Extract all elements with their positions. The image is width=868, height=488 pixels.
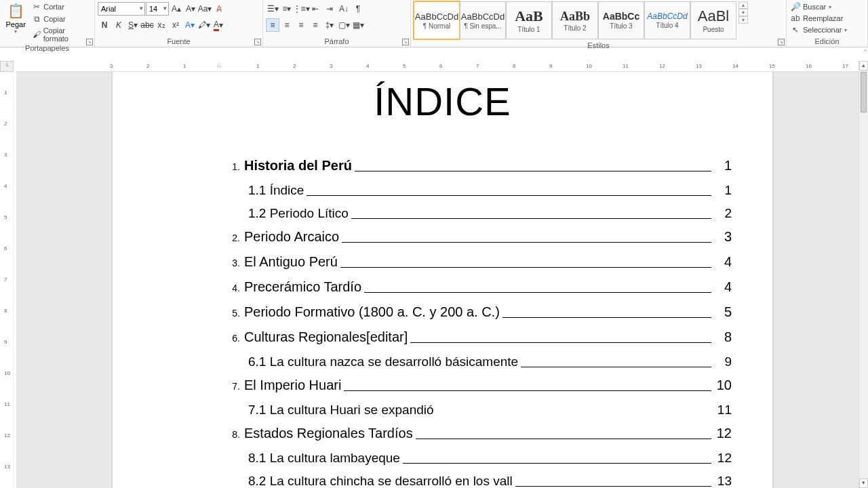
style-card[interactable]: AaBlPuesto (690, 1, 736, 39)
group-label: Párrafo (266, 37, 408, 47)
ribbon: 📋 Pegar ▾ ✂Cortar ⧉Copiar 🖌Copiar format… (0, 0, 868, 47)
style-card[interactable]: AaBbCcTítulo 3 (598, 1, 644, 39)
font-name-select[interactable]: Arial▾ (98, 2, 145, 16)
dec-indent-button[interactable]: ⇤ (309, 2, 322, 16)
subscript-button[interactable]: x₂ (155, 18, 168, 32)
group-label: Fuente (98, 37, 260, 47)
toc-entry: 4.Precerámico Tardío4 (221, 279, 732, 295)
style-card[interactable]: AaBbCcDd¶ Sin espa... (460, 1, 506, 39)
show-marks-button[interactable]: ¶ (351, 2, 365, 16)
style-card[interactable]: AaBbCcDd¶ Normal (414, 1, 460, 39)
toc-entry: 7.El Imperio Huari10 (221, 378, 732, 393)
toc-subentry: 1.1 Índice1 (248, 183, 732, 198)
highlight-button[interactable]: 🖍▾ (197, 18, 211, 32)
indent-marker-icon[interactable]: ⌂ (217, 61, 221, 68)
group-label: Portapapeles (3, 43, 92, 54)
clipboard-icon: 📋 (6, 1, 25, 20)
group-paragraph: ☰▾ ≡▾ ⋮≡▾ ⇤ ⇥ A↓ ¶ ≡ ≡ ≡ ≡ ‡▾ ▢▾ ▦▾ Párr… (263, 0, 411, 47)
vertical-ruler[interactable]: 12345678910111213 (3, 76, 14, 488)
multilevel-button[interactable]: ⋮≡▾ (294, 2, 308, 16)
chevron-down-icon: ▾ (163, 5, 167, 12)
group-font: Arial▾ 14▾ A▴ A▾ Aa▾ A̷ N K S▾ abc x₂ x²… (95, 0, 263, 47)
italic-button[interactable]: K (112, 18, 125, 32)
cursor-icon: ↖ (791, 25, 800, 35)
toc-subentry: 6.1 La cultura nazca se desarrolló básic… (248, 354, 732, 369)
group-editing: 🔎Buscar ▾ abReemplazar ↖Seleccionar ▾ Ed… (787, 0, 868, 47)
font-size-select[interactable]: 14▾ (146, 2, 169, 16)
dialog-launcher-icon[interactable]: ↘ (402, 39, 409, 45)
dialog-launcher-icon[interactable]: ↘ (86, 39, 93, 45)
align-right-button[interactable]: ≡ (294, 18, 308, 32)
bold-button[interactable]: N (98, 18, 111, 32)
toc-subentry: 8.1 La cultura lambayeque12 (248, 451, 732, 466)
format-painter-button[interactable]: 🖌Copiar formato (31, 26, 92, 43)
collapse-ribbon-button[interactable]: ˇ (864, 49, 867, 57)
strike-button[interactable]: abc (140, 18, 154, 32)
styles-scroll: ▴ ▾ ▾ (738, 1, 748, 24)
grow-font-button[interactable]: A▴ (170, 2, 183, 16)
clear-format-button[interactable]: A̷ (212, 2, 226, 16)
line-spacing-button[interactable]: ‡▾ (323, 18, 336, 32)
style-card[interactable]: AaBbCcDdTítulo 4 (644, 1, 690, 39)
group-label: Estilos (414, 41, 783, 51)
find-button[interactable]: 🔎Buscar ▾ (789, 1, 833, 12)
page[interactable]: ÍNDICE 1.Historia del Perú11.1 Índice11.… (113, 72, 772, 488)
table-of-contents: 1.Historia del Perú11.1 Índice11.2 Perio… (221, 158, 732, 488)
superscript-button[interactable]: x² (169, 18, 182, 32)
toc-entry: 2.Periodo Arcaico3 (221, 229, 732, 245)
replace-icon: ab (791, 14, 800, 23)
toc-entry: 8.Estados Regionales Tardíos12 (221, 426, 732, 441)
select-button[interactable]: ↖Seleccionar ▾ (789, 24, 848, 35)
vertical-scrollbar[interactable]: ▴ ▾ (859, 61, 868, 488)
shrink-font-button[interactable]: A▾ (184, 2, 197, 16)
scissors-icon: ✂ (32, 2, 41, 12)
scroll-up-button[interactable]: ▴ (859, 61, 868, 70)
numbering-button[interactable]: ≡▾ (280, 2, 294, 16)
toc-subentry: 7.1 La cultura Huari se expandió11 (248, 403, 732, 418)
text-effects-button[interactable]: A▾ (183, 18, 197, 32)
group-clipboard: 📋 Pegar ▾ ✂Cortar ⧉Copiar 🖌Copiar format… (0, 0, 95, 47)
scroll-up-button[interactable]: ▴ (738, 1, 748, 9)
style-card[interactable]: AaBTítulo 1 (506, 1, 552, 39)
group-styles: AaBbCcDd¶ NormalAaBbCcDd¶ Sin espa...AaB… (411, 0, 787, 47)
document-area: ÍNDICE 1.Historia del Perú11.1 Índice11.… (16, 72, 859, 488)
font-color-button[interactable]: A▾ (212, 18, 225, 32)
toc-entry: 3.El Antiguo Perú4 (221, 254, 732, 270)
copy-button[interactable]: ⧉Copiar (31, 14, 92, 24)
chevron-down-icon: ▾ (140, 5, 143, 12)
toc-entry: 1.Historia del Perú1 (221, 158, 732, 174)
paste-button[interactable]: 📋 Pegar ▾ (3, 1, 28, 35)
inc-indent-button[interactable]: ⇥ (323, 2, 336, 16)
align-center-button[interactable]: ≡ (280, 18, 294, 32)
borders-button[interactable]: ▦▾ (351, 18, 365, 32)
scroll-down-button[interactable]: ▾ (738, 9, 748, 16)
toc-subentry: 1.2 Periodo Lítico2 (248, 206, 732, 221)
toc-entry: 5.Periodo Formativo (1800 a. C. y 200 a.… (221, 304, 732, 320)
group-label: Edición (789, 37, 865, 47)
binoculars-icon: 🔎 (791, 2, 800, 12)
toc-subentry: 8.2 La cultura chincha se desarrolló en … (248, 474, 732, 488)
document-title: ÍNDICE (140, 79, 745, 124)
brush-icon: 🖌 (32, 30, 41, 39)
horizontal-ruler[interactable]: 321123456789101112131415161718⌂ (16, 61, 859, 72)
sort-button[interactable]: A↓ (337, 2, 351, 16)
toc-entry: 6.Culturas Regionales[editar]8 (221, 329, 732, 345)
align-left-button[interactable]: ≡ (266, 18, 279, 32)
dialog-launcher-icon[interactable]: ↘ (254, 39, 261, 45)
ruler-corner: └ (0, 61, 14, 72)
cut-button[interactable]: ✂Cortar (31, 1, 92, 12)
styles-expand-button[interactable]: ▾ (738, 16, 748, 24)
styles-gallery: AaBbCcDd¶ NormalAaBbCcDd¶ Sin espa...AaB… (414, 1, 736, 41)
copy-icon: ⧉ (32, 14, 41, 24)
change-case-button[interactable]: Aa▾ (198, 2, 212, 16)
justify-button[interactable]: ≡ (309, 18, 322, 32)
dialog-launcher-icon[interactable]: ↘ (778, 39, 785, 45)
replace-button[interactable]: abReemplazar (789, 13, 844, 24)
shading-button[interactable]: ▢▾ (337, 18, 351, 32)
bullets-button[interactable]: ☰▾ (266, 2, 279, 16)
underline-button[interactable]: S▾ (126, 18, 140, 32)
style-card[interactable]: AaBbTítulo 2 (552, 1, 598, 39)
scroll-down-button[interactable]: ▾ (859, 479, 868, 488)
scrollbar-thumb[interactable] (861, 72, 867, 113)
